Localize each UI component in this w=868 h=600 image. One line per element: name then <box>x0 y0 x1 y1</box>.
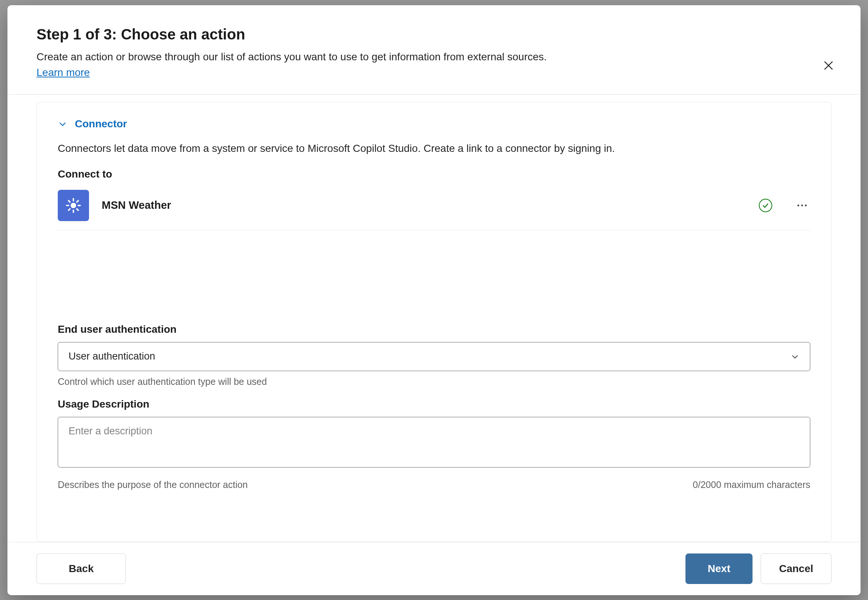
chevron-down-icon <box>58 119 67 129</box>
usage-label: Usage Description <box>58 398 810 410</box>
auth-select[interactable]: User authentication <box>58 342 810 371</box>
learn-more-link[interactable]: Learn more <box>36 67 90 79</box>
svg-point-12 <box>801 205 803 206</box>
dialog-footer: Back Next Cancel <box>8 542 860 595</box>
next-button[interactable]: Next <box>686 553 752 584</box>
dialog-header: Step 1 of 3: Choose an action Create an … <box>8 5 860 95</box>
dialog-choose-action: Step 1 of 3: Choose an action Create an … <box>8 5 860 595</box>
auth-helper: Control which user authentication type w… <box>58 376 810 387</box>
connector-section-description: Connectors let data move from a system o… <box>58 141 810 156</box>
chevron-down-icon <box>790 352 800 361</box>
connector-app-icon <box>58 190 89 221</box>
connect-to-label: Connect to <box>58 168 810 180</box>
auth-select-value: User authentication <box>68 351 155 362</box>
connector-section-heading: Connector <box>75 118 127 130</box>
close-icon <box>822 59 835 71</box>
connector-status-badge <box>759 199 772 212</box>
svg-line-7 <box>68 201 70 202</box>
dialog-subtitle: Create an action or browse through our l… <box>36 50 832 65</box>
usage-textarea[interactable] <box>58 417 810 468</box>
back-button[interactable]: Back <box>36 553 126 584</box>
sun-icon <box>65 197 82 214</box>
svg-line-8 <box>77 209 78 210</box>
cancel-button[interactable]: Cancel <box>761 553 832 584</box>
close-button[interactable] <box>820 57 837 74</box>
svg-line-10 <box>77 201 78 202</box>
connector-name: MSN Weather <box>102 199 746 211</box>
connector-card: Connector Connectors let data move from … <box>36 102 832 542</box>
usage-helper: Describes the purpose of the connector a… <box>58 479 248 490</box>
dialog-title: Step 1 of 3: Choose an action <box>36 26 832 43</box>
svg-point-13 <box>805 205 807 206</box>
checkmark-icon <box>762 202 769 209</box>
connector-item: MSN Weather <box>58 187 810 230</box>
connector-more-button[interactable] <box>794 197 810 214</box>
more-horizontal-icon <box>797 204 807 207</box>
usage-char-counter: 0/2000 maximum characters <box>693 479 810 490</box>
svg-point-11 <box>798 205 800 206</box>
connector-section-toggle[interactable]: Connector <box>58 118 810 130</box>
svg-point-2 <box>71 203 76 208</box>
dialog-body: Connector Connectors let data move from … <box>8 94 860 542</box>
usage-form-group: Usage Description Describes the purpose … <box>58 398 810 490</box>
auth-label: End user authentication <box>58 323 810 335</box>
auth-form-group: End user authentication User authenticat… <box>58 323 810 387</box>
svg-line-9 <box>68 209 70 210</box>
